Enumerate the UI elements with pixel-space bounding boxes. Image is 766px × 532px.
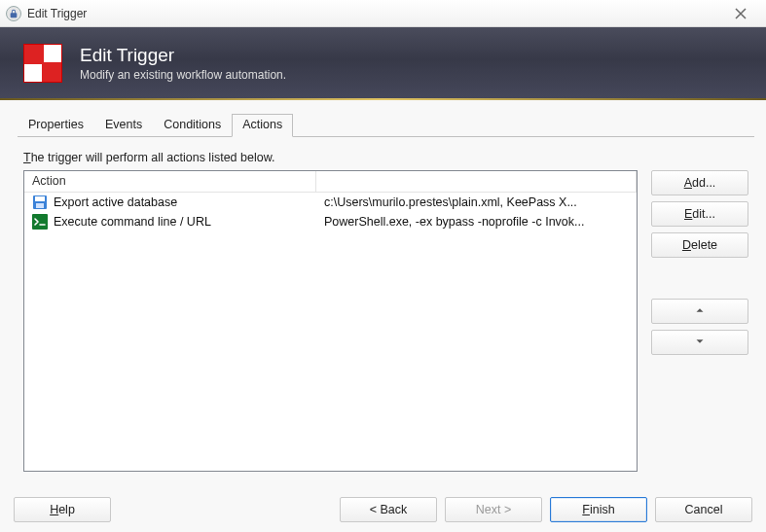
- close-icon[interactable]: [721, 2, 760, 25]
- banner-subheading: Modify an existing workflow automation.: [80, 68, 286, 82]
- col-detail[interactable]: [316, 171, 637, 192]
- tab-conditions[interactable]: Conditions: [153, 114, 232, 137]
- help-button[interactable]: Help: [14, 497, 111, 522]
- svg-rect-1: [35, 196, 45, 201]
- dialog-banner: Edit Trigger Modify an existing workflow…: [0, 27, 766, 98]
- window-title: Edit Trigger: [27, 7, 721, 20]
- tab-properties[interactable]: Properties: [18, 114, 94, 137]
- next-button[interactable]: Next >: [445, 497, 542, 522]
- move-up-button[interactable]: [651, 299, 748, 324]
- list-header: Action: [24, 171, 637, 193]
- side-button-column: Add... Edit... Delete: [651, 170, 748, 472]
- delete-button[interactable]: Delete: [651, 232, 748, 258]
- tab-events[interactable]: Events: [94, 114, 153, 137]
- row-action-label: Export active database: [54, 195, 177, 209]
- disk-icon: [32, 195, 48, 210]
- banner-heading: Edit Trigger: [80, 45, 286, 66]
- tab-page-actions: The trigger will perform all actions lis…: [18, 137, 754, 472]
- terminal-icon: [32, 214, 48, 230]
- chevron-up-icon: [693, 303, 707, 320]
- cancel-button[interactable]: Cancel: [655, 497, 752, 522]
- move-down-button[interactable]: [651, 330, 748, 355]
- actions-hint: The trigger will perform all actions lis…: [23, 151, 748, 164]
- chevron-down-icon: [693, 335, 707, 351]
- list-row[interactable]: Export active database c:\Users\murilo.p…: [24, 193, 637, 212]
- list-row[interactable]: Execute command line / URL PowerShell.ex…: [24, 212, 637, 231]
- back-button[interactable]: < Back: [340, 497, 437, 522]
- dialog-button-row: Help < Back Next > Finish Cancel: [0, 497, 766, 522]
- actions-list[interactable]: Action Export active database c:\Users\m…: [23, 170, 638, 472]
- add-button[interactable]: Add...: [651, 170, 748, 195]
- finish-button[interactable]: Finish: [550, 497, 647, 522]
- dialog-content: Properties Events Conditions Actions The…: [0, 100, 766, 479]
- row-detail-label: PowerShell.exe, -ex bypass -noprofile -c…: [316, 215, 637, 229]
- col-action[interactable]: Action: [24, 171, 316, 192]
- svg-rect-2: [36, 203, 44, 208]
- row-action-label: Execute command line / URL: [54, 215, 211, 229]
- banner-logo-icon: [23, 44, 62, 83]
- lock-icon: [6, 6, 21, 21]
- tab-strip: Properties Events Conditions Actions: [18, 114, 754, 137]
- title-bar: Edit Trigger: [0, 0, 766, 27]
- tab-actions[interactable]: Actions: [232, 114, 293, 137]
- row-detail-label: c:\Users\murilo.prestes\plain.xml, KeePa…: [316, 195, 637, 209]
- edit-button[interactable]: Edit...: [651, 201, 748, 227]
- svg-rect-3: [32, 214, 48, 230]
